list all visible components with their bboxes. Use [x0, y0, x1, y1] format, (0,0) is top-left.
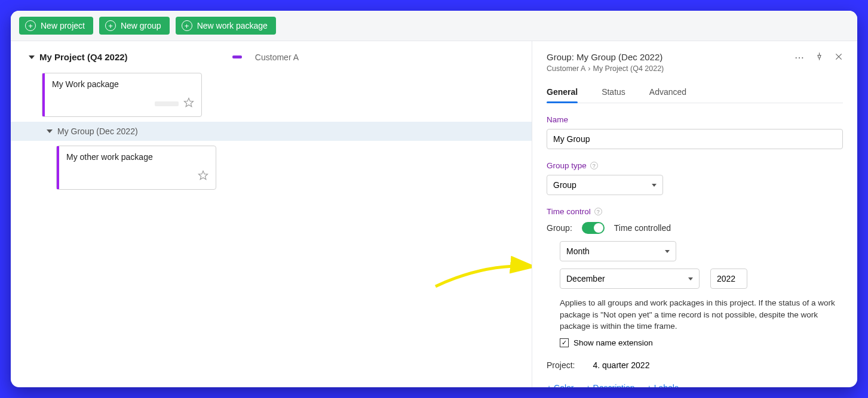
breadcrumb[interactable]: Customer A›My Project (Q4 2022) [547, 64, 664, 73]
details-panel: Group: My Group (Dec 2022) Customer A›My… [532, 41, 857, 387]
annotation-arrow [433, 260, 532, 298]
toolbar: + New project + New group + New work pac… [11, 11, 857, 41]
customer-indicator: Customer A [232, 53, 514, 62]
pin-icon[interactable] [815, 52, 824, 63]
tab-general[interactable]: General [547, 84, 578, 103]
app-window: + New project + New group + New work pac… [11, 11, 857, 387]
tab-status[interactable]: Status [602, 84, 625, 103]
plus-icon: + [182, 20, 192, 31]
name-input[interactable] [547, 129, 843, 149]
star-icon[interactable] [198, 170, 208, 183]
month-select[interactable]: December [560, 269, 700, 289]
help-icon[interactable]: ? [590, 162, 598, 169]
progress-placeholder [155, 101, 179, 106]
customer-color-bar [232, 55, 242, 58]
panel-title: Group: My Group (Dec 2022) [547, 52, 664, 62]
time-controlled-label: Time controlled [614, 223, 671, 233]
chevron-down-icon [665, 250, 670, 253]
tab-advanced[interactable]: Advanced [649, 84, 686, 103]
work-package-title: My other work package [66, 152, 208, 162]
new-group-label: New group [121, 21, 161, 30]
name-label: Name [547, 115, 843, 124]
group-type-label: Group type ? [547, 161, 843, 170]
work-package-card[interactable]: My other work package [56, 146, 216, 190]
star-icon[interactable] [183, 97, 194, 110]
add-color-link[interactable]: + Color [547, 383, 574, 387]
project-value: 4. quarter 2022 [593, 360, 649, 370]
plus-icon: + [25, 20, 36, 31]
svg-marker-0 [185, 98, 194, 107]
work-package-card[interactable]: My Work package [42, 73, 202, 117]
new-work-package-button[interactable]: + New work package [176, 17, 276, 35]
project-header[interactable]: My Project (Q4 2022) Customer A [11, 52, 532, 68]
plus-icon: + [105, 20, 116, 31]
help-icon[interactable]: ? [594, 208, 602, 215]
more-icon[interactable]: ⋯ [795, 52, 804, 63]
customer-label: Customer A [255, 53, 299, 62]
new-project-label: New project [41, 21, 85, 30]
project-title: My Project (Q4 2022) [39, 52, 128, 62]
helper-text: Applies to all groups and work packages … [547, 297, 843, 332]
svg-marker-1 [199, 171, 208, 180]
show-name-extension-checkbox[interactable]: ✓ [560, 338, 569, 347]
show-name-extension-label: Show name extension [573, 338, 653, 347]
new-group-button[interactable]: + New group [99, 17, 170, 35]
caret-down-icon [47, 129, 53, 133]
new-work-package-label: New work package [197, 21, 268, 30]
period-type-select[interactable]: Month [560, 241, 676, 261]
project-tree: My Project (Q4 2022) Customer A My Work … [11, 41, 532, 387]
add-labels-link[interactable]: + Labels [647, 383, 679, 387]
toggle-prefix-label: Group: [547, 223, 572, 233]
new-project-button[interactable]: + New project [19, 17, 93, 35]
group-title: My Group (Dec 2022) [57, 127, 138, 136]
work-package-title: My Work package [52, 79, 194, 89]
tabs: General Status Advanced [547, 84, 843, 103]
group-row[interactable]: My Group (Dec 2022) [11, 122, 532, 141]
year-input[interactable] [710, 269, 747, 289]
main-area: My Project (Q4 2022) Customer A My Work … [11, 41, 857, 387]
time-controlled-toggle[interactable] [582, 222, 605, 234]
chevron-down-icon [688, 277, 693, 280]
add-description-link[interactable]: + Description [586, 383, 635, 387]
close-icon[interactable] [835, 53, 843, 63]
project-label: Project: [547, 360, 575, 370]
group-type-select[interactable]: Group [547, 175, 663, 195]
time-control-label: Time control ? [547, 207, 843, 216]
chevron-down-icon [652, 184, 657, 187]
caret-down-icon [29, 55, 35, 59]
